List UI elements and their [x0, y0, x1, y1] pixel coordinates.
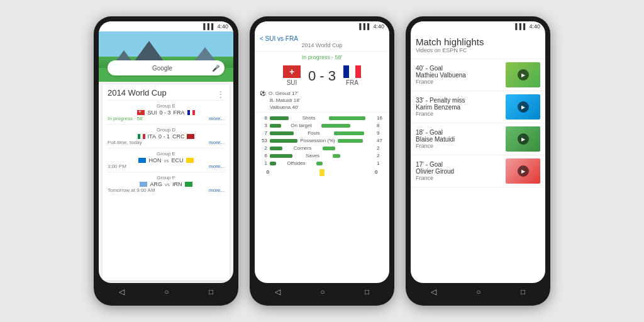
p2-team1-name: SUI [283, 79, 301, 86]
teams-2: ITA 0 - 1 CRC [108, 133, 225, 140]
hl-country-4: France [416, 175, 502, 181]
more-4[interactable]: more... [209, 187, 225, 193]
hl-country-3: France [416, 143, 502, 149]
flag-irn [185, 182, 192, 187]
bar-s-left [270, 154, 292, 158]
ball-icon: ⚽ [260, 91, 266, 96]
flag-arg [140, 182, 147, 187]
p2-progress: In progress · 58' [255, 52, 389, 63]
status-1: In progress · 58' [108, 116, 143, 121]
phone-1: ▌▌▌ 4:40 Google 🎤 2014 World Cup ⋮ [94, 16, 238, 306]
nav-bar-3: ◁ ○ □ [411, 283, 545, 301]
google-search-bar[interactable]: Google 🎤 [108, 60, 225, 75]
phone-3-screen: ▌▌▌ 4:40 Match highlights Videos on ESPN… [411, 21, 545, 283]
more-menu[interactable]: ⋮ [217, 90, 225, 99]
stats-section: 8 Shots 16 3 On target 8 [255, 113, 389, 283]
hl-name-3: Blaise Matuidi [416, 136, 502, 143]
highlight-2[interactable]: 33' - Penalty miss Karim Benzema France … [411, 91, 545, 123]
time-3: 4:40 [529, 23, 540, 30]
highlight-3[interactable]: 18' - Goal Blaise Matuidi France ▶ [411, 123, 545, 155]
p2-back-btn[interactable]: < SUI vs FRA [260, 35, 298, 42]
recents-nav-2[interactable]: □ [365, 287, 369, 296]
group-2: Group D [108, 127, 225, 133]
flag-sui [137, 110, 145, 115]
more-2[interactable]: more... [209, 140, 225, 145]
hl-thumb-3[interactable]: ▶ [506, 126, 540, 152]
match-row-1: Group E SUI 0 - 3 FRA In progress · 58' … [108, 100, 225, 124]
status-4: Tomorrow at 9:00 AM [108, 187, 155, 193]
hl-thumb-1[interactable]: ▶ [506, 62, 540, 87]
stat-saves: 6 Saves 2 [260, 153, 384, 158]
event-1: ⚽ O. Giroud 17' [260, 90, 384, 97]
p3-title: Match highlights [416, 36, 540, 47]
stat-fouls: 7 Fouls 9 [260, 130, 384, 136]
bar-ot-left [270, 124, 281, 128]
highlight-list: 40' - Goal Mathieu Valbuena France ▶ 33'… [411, 59, 545, 283]
home-nav[interactable]: ○ [164, 287, 169, 296]
recents-nav-3[interactable]: □ [521, 287, 525, 296]
play-btn-3[interactable]: ▶ [518, 133, 529, 145]
bar-shots-right [329, 116, 365, 120]
bar-f-right [334, 131, 364, 135]
p2-score: 0 - 3 [308, 68, 336, 84]
p2-subtitle: 2014 World Cup [260, 42, 384, 48]
highlight-4[interactable]: 17' - Goal Olivier Giroud France ▶ [411, 155, 545, 187]
status-bar-3: ▌▌▌ 4:40 [411, 21, 545, 31]
home-nav-2[interactable]: ○ [320, 287, 325, 296]
hl-time-3: 18' - Goal [416, 129, 502, 136]
hl-time-2: 33' - Penalty miss [416, 97, 502, 104]
home-nav-3[interactable]: ○ [476, 287, 480, 296]
match-row-2: Group D ITA 0 - 1 CRC Full-time, today m… [108, 124, 225, 148]
hl-info-1: 40' - Goal Mathieu Valbuena France [416, 65, 502, 85]
group-1: Group E [108, 103, 225, 109]
flag-ita [138, 134, 145, 139]
flag-cr [187, 134, 194, 139]
hl-name-2: Karim Benzema [416, 104, 502, 111]
bar-o-right [316, 162, 323, 165]
play-btn-4[interactable]: ▶ [518, 165, 529, 177]
p2-team1: + SUI [283, 65, 301, 86]
p3-header: Match highlights Videos on ESPN FC [411, 31, 545, 59]
status-bar-1: ▌▌▌ 4:40 [99, 21, 233, 31]
phones-container: ▌▌▌ 4:40 Google 🎤 2014 World Cup ⋮ [81, 4, 563, 318]
status-2: Full-time, today [108, 140, 142, 145]
p3-subtitle: Videos on ESPN FC [416, 47, 540, 53]
stat-offsides: 1 Offsides 1 [260, 160, 384, 166]
match-row-3: Group E HON vs ECU 3:00 PM more... [108, 148, 225, 172]
bar-ot-right [321, 124, 350, 128]
events-section: ⚽ O. Giroud 17' B. Matuidi 18' Valbuena … [255, 89, 389, 113]
stat-ontarget: 3 On target 8 [260, 123, 384, 128]
yellow-card-icon [319, 169, 325, 176]
event-3: Valbuena 40' [260, 104, 384, 111]
recents-nav[interactable]: □ [209, 287, 213, 296]
hl-country-2: France [416, 111, 502, 117]
stat-shots: 8 Shots 16 [260, 115, 384, 121]
hl-info-4: 17' - Goal Olivier Giroud France [416, 161, 502, 181]
wallpaper: Google 🎤 [99, 31, 233, 82]
p2-header: < SUI vs FRA 2014 World Cup [255, 31, 389, 52]
event-2: B. Matuidi 18' [260, 97, 384, 104]
flag-fra [187, 110, 195, 115]
p2-teams: + SUI 0 - 3 FRA [255, 63, 389, 89]
play-btn-2[interactable]: ▶ [518, 101, 529, 113]
bar-p-right [338, 139, 363, 143]
phone-1-screen: ▌▌▌ 4:40 Google 🎤 2014 World Cup ⋮ [99, 21, 233, 283]
hl-thumb-2[interactable]: ▶ [506, 94, 540, 119]
nav-bar-2: ◁ ○ □ [255, 283, 389, 301]
back-nav[interactable]: ◁ [119, 287, 125, 296]
card-title: 2014 World Cup [108, 88, 167, 97]
play-btn-1[interactable]: ▶ [518, 69, 529, 80]
highlight-1[interactable]: 40' - Goal Mathieu Valbuena France ▶ [411, 59, 545, 91]
phone-2: ▌▌▌ 4:40 < SUI vs FRA 2014 World Cup In … [250, 16, 394, 306]
flag-hon [138, 158, 146, 163]
more-3[interactable]: more... [209, 164, 225, 169]
back-nav-2[interactable]: ◁ [275, 287, 280, 296]
p2-flag-sui: + [283, 65, 301, 78]
hl-thumb-4[interactable]: ▶ [506, 158, 540, 184]
more-1[interactable]: more... [209, 116, 225, 121]
back-nav-3[interactable]: ◁ [431, 287, 436, 296]
yellow-cards-row: 0 0 [260, 168, 384, 177]
bar-f-left [270, 131, 294, 135]
teams-4: ARG vs IRN [108, 181, 225, 187]
p2-team2-name: FRA [343, 79, 361, 86]
